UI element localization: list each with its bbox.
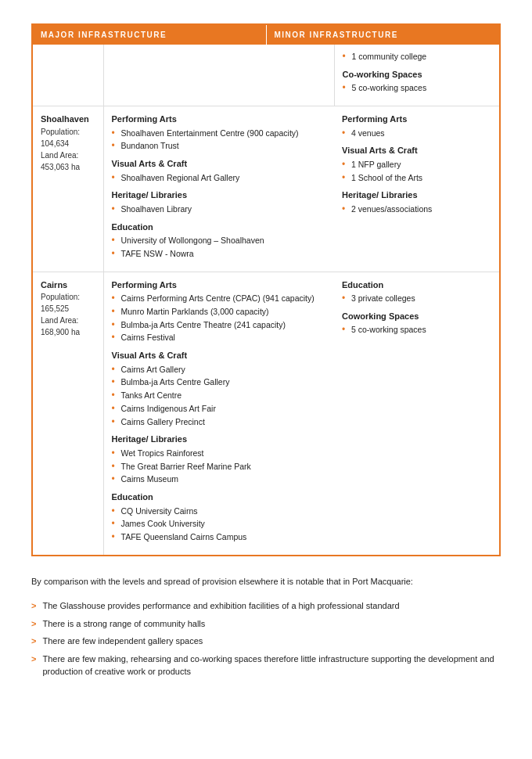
shoalhaven-minor-va-list: 1 NFP gallery 1 School of the Arts [342,159,491,185]
list-item: 5 co-working spaces [342,324,491,336]
intro-coworking-item-0: 5 co-working spaces [343,82,492,95]
list-item: Cairns Performing Arts Centre (CPAC) (94… [112,293,327,305]
infrastructure-table: MAJOR INFRASTRUCTURE MINOR INFRASTRUCTUR… [31,23,501,556]
intro-coworking-list: 5 co-working spaces [343,82,492,95]
list-item: Bulmba-ja Arts Centre Theatre (241 capac… [112,319,327,332]
cairns-minor-edu-list: 3 private colleges [342,293,491,305]
shoalhaven-performing-arts: Performing Arts Shoalhaven Entertainment… [112,113,327,153]
body-point-text-1: There is a strong range of community hal… [42,617,205,631]
intro-minor-list: 1 community college [343,51,492,63]
cairns-minor-edu: Education 3 private colleges [342,279,491,305]
cairns-va: Visual Arts & Craft Cairns Art Gallery B… [112,349,327,428]
shoalhaven-city-info: Population: 104,634 Land Area: 453,063 h… [41,126,95,173]
body-intro: By comparison with the levels and spread… [31,575,501,589]
cairns-her-list: Wet Tropics Rainforest The Great Barrier… [112,448,327,486]
body-point-text-2: There are few independent gallery spaces [42,635,203,648]
shoalhaven-edu-title: Education [112,221,327,234]
cairns-pop-value: 165,525 [41,304,69,313]
shoalhaven-va-list: Shoalhaven Regional Art Gallery [112,172,327,185]
shoalhaven-land-value: 453,063 ha [41,163,80,171]
list-item: 2 venues/associations [342,203,491,216]
shoalhaven-minor-her: Heritage/ Libraries 2 venues/association… [342,189,491,215]
list-item: CQ University Cairns [112,505,327,518]
shoalhaven-minor-pa-list: 4 venues [342,128,491,140]
shoalhaven-her-list: Shoalhaven Library [112,203,327,216]
shoalhaven-visual-arts: Visual Arts & Craft Shoalhaven Regional … [112,157,327,184]
intro-major-cell [103,45,334,106]
list-item: Shoalhaven Entertainment Centre (900 cap… [112,128,327,140]
cairns-pa-list: Cairns Performing Arts Centre (CPAC) (94… [112,293,327,344]
shoalhaven-pa-title: Performing Arts [112,113,327,126]
list-item: Shoalhaven Regional Art Gallery [112,172,327,185]
list-item: Cairns Gallery Precinct [112,416,327,429]
list-item: TAFE Queensland Cairns Campus [112,531,327,544]
list-item: Shoalhaven Library [112,203,327,216]
intro-coworking-title: Co-working Spaces [343,68,492,81]
shoalhaven-label: Shoalhaven Population: 104,634 Land Area… [33,106,103,272]
arrow-icon-0: > [31,599,36,613]
shoalhaven-major-cell: Performing Arts Shoalhaven Entertainment… [103,106,334,272]
body-point-3: > There are few making, rehearsing and c… [31,653,501,678]
shoalhaven-pop-label: Population: [41,128,80,136]
list-item: James Cook University [112,518,327,531]
list-item: University of Wollongong – Shoalhaven [112,235,327,247]
body-point-2: > There are few independent gallery spac… [31,635,501,648]
body-section: By comparison with the levels and spread… [31,575,501,678]
intro-label-cell [33,45,103,106]
shoalhaven-edu-list: University of Wollongong – Shoalhaven TA… [112,235,327,261]
list-item: Wet Tropics Rainforest [112,448,327,460]
list-item: TAFE NSW - Nowra [112,248,327,261]
list-item: Cairns Festival [112,332,327,344]
body-point-0: > The Glasshouse provides performance an… [31,599,501,613]
shoalhaven-minor-pa-title: Performing Arts [342,113,491,126]
shoalhaven-minor-va: Visual Arts & Craft 1 NFP gallery 1 Scho… [342,144,491,184]
cairns-edu: Education CQ University Cairns James Coo… [112,491,327,544]
intro-row: 1 community college Co-working Spaces 5 … [33,45,499,106]
cairns-minor-cowork-title: Coworking Spaces [342,310,491,323]
cairns-minor-edu-title: Education [342,279,491,292]
cairns-minor-cowork-list: 5 co-working spaces [342,324,491,336]
cairns-her: Heritage/ Libraries Wet Tropics Rainfore… [112,433,327,486]
shoalhaven-her-title: Heritage/ Libraries [112,189,327,202]
list-item: 3 private colleges [342,293,491,305]
cairns-land-value: 168,900 ha [41,328,80,336]
shoalhaven-pa-list: Shoalhaven Entertainment Centre (900 cap… [112,128,327,153]
list-item: Tanks Art Centre [112,390,327,402]
cairns-va-title: Visual Arts & Craft [112,349,327,362]
shoalhaven-minor-cell: Performing Arts 4 venues Visual Arts & C… [334,106,499,272]
header-major: MAJOR INFRASTRUCTURE [33,25,267,45]
intro-minor-item-0: 1 community college [343,51,492,63]
cairns-edu-title: Education [112,491,327,504]
body-point-text-0: The Glasshouse provides performance and … [42,599,399,613]
cairns-pa-title: Performing Arts [112,279,327,292]
list-item: Cairns Museum [112,473,327,486]
cairns-label: Cairns Population: 165,525 Land Area: 16… [33,272,103,555]
header-minor: MINOR INFRASTRUCTURE [267,25,500,45]
cairns-major-cell: Performing Arts Cairns Performing Arts C… [103,272,334,555]
data-table: 1 community college Co-working Spaces 5 … [33,45,499,555]
main-content: MAJOR INFRASTRUCTURE MINOR INFRASTRUCTUR… [31,23,501,678]
cairns-her-title: Heritage/ Libraries [112,433,327,446]
shoalhaven-pop-value: 104,634 [41,139,69,148]
cairns-va-list: Cairns Art Gallery Bulmba-ja Arts Centre… [112,364,327,429]
cairns-pa: Performing Arts Cairns Performing Arts C… [112,279,327,345]
cairns-city-name: Cairns [41,279,95,292]
shoalhaven-minor-pa: Performing Arts 4 venues [342,113,491,139]
cairns-minor-cell: Education 3 private colleges Coworking S… [334,272,499,555]
cairns-land-label: Land Area: [41,316,78,325]
body-point-text-3: There are few making, rehearsing and co-… [42,653,501,678]
shoalhaven-city-name: Shoalhaven [41,113,95,126]
shoalhaven-education: Education University of Wollongong – Sho… [112,221,327,261]
list-item: Munro Martin Parklands (3,000 capacity) [112,306,327,318]
shoalhaven-minor-va-title: Visual Arts & Craft [342,144,491,157]
list-item: The Great Barrier Reef Marine Park [112,461,327,473]
list-item: Cairns Indigenous Art Fair [112,403,327,415]
arrow-icon-1: > [31,617,36,631]
shoalhaven-minor-her-list: 2 venues/associations [342,203,491,216]
arrow-icon-3: > [31,653,36,666]
cairns-edu-list: CQ University Cairns James Cook Universi… [112,505,327,544]
shoalhaven-row: Shoalhaven Population: 104,634 Land Area… [33,106,499,272]
intro-minor-cell: 1 community college Co-working Spaces 5 … [334,45,499,106]
shoalhaven-minor-her-title: Heritage/ Libraries [342,189,491,202]
list-item: 4 venues [342,128,491,140]
